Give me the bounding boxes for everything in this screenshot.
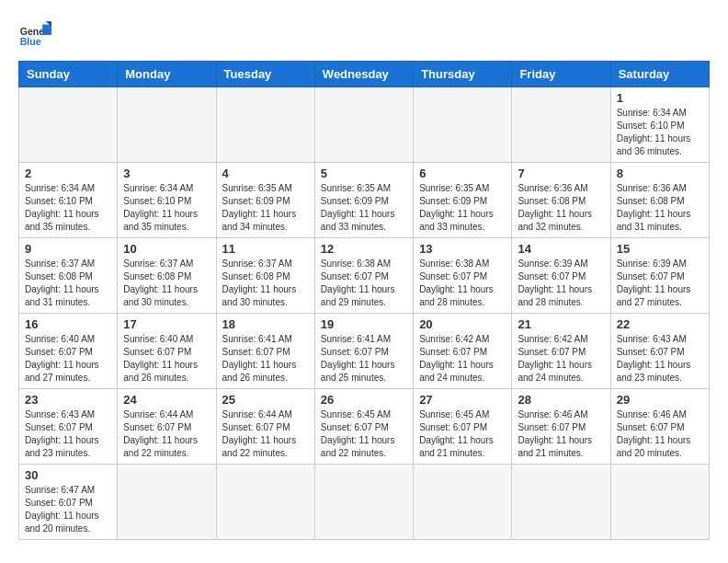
day-info: Sunrise: 6:37 AMSunset: 6:08 PMDaylight:… <box>222 258 309 309</box>
calendar-cell: 4Sunrise: 6:35 AMSunset: 6:09 PMDaylight… <box>216 163 314 238</box>
calendar-cell: 28Sunrise: 6:46 AMSunset: 6:07 PMDayligh… <box>512 389 610 465</box>
day-number: 17 <box>123 317 210 331</box>
day-number: 3 <box>123 167 210 180</box>
calendar-cell: 2Sunrise: 6:34 AMSunset: 6:10 PMDaylight… <box>19 163 118 238</box>
calendar-cell: 5Sunrise: 6:35 AMSunset: 6:09 PMDaylight… <box>314 163 413 238</box>
day-info: Sunrise: 6:35 AMSunset: 6:09 PMDaylight:… <box>321 182 407 234</box>
calendar-cell <box>118 87 216 163</box>
calendar-cell: 9Sunrise: 6:37 AMSunset: 6:08 PMDaylight… <box>19 238 118 314</box>
weekday-saturday: Saturday <box>610 62 709 87</box>
day-number: 13 <box>419 242 506 256</box>
day-number: 14 <box>518 242 604 256</box>
weekday-wednesday: Wednesday <box>314 62 413 87</box>
calendar-cell <box>610 465 709 540</box>
day-number: 6 <box>419 167 506 180</box>
logo: General Blue <box>18 18 51 52</box>
calendar-cell: 11Sunrise: 6:37 AMSunset: 6:08 PMDayligh… <box>216 238 314 314</box>
day-info: Sunrise: 6:37 AMSunset: 6:08 PMDaylight:… <box>25 258 111 309</box>
calendar-cell: 24Sunrise: 6:44 AMSunset: 6:07 PMDayligh… <box>118 389 216 465</box>
calendar-cell: 1Sunrise: 6:34 AMSunset: 6:10 PMDaylight… <box>610 87 709 163</box>
day-info: Sunrise: 6:44 AMSunset: 6:07 PMDaylight:… <box>123 408 210 460</box>
weekday-thursday: Thursday <box>414 62 512 87</box>
calendar-cell: 15Sunrise: 6:39 AMSunset: 6:07 PMDayligh… <box>610 238 709 314</box>
calendar-week-0: 1Sunrise: 6:34 AMSunset: 6:10 PMDaylight… <box>19 87 710 163</box>
calendar-cell: 18Sunrise: 6:41 AMSunset: 6:07 PMDayligh… <box>216 314 314 389</box>
calendar-cell <box>19 87 118 163</box>
svg-text:Blue: Blue <box>20 36 41 47</box>
day-info: Sunrise: 6:36 AMSunset: 6:08 PMDaylight:… <box>518 182 604 234</box>
day-info: Sunrise: 6:45 AMSunset: 6:07 PMDaylight:… <box>419 408 506 460</box>
calendar-cell: 14Sunrise: 6:39 AMSunset: 6:07 PMDayligh… <box>512 238 610 314</box>
day-info: Sunrise: 6:39 AMSunset: 6:07 PMDaylight:… <box>617 258 703 309</box>
calendar-cell: 13Sunrise: 6:38 AMSunset: 6:07 PMDayligh… <box>414 238 512 314</box>
calendar-week-3: 16Sunrise: 6:40 AMSunset: 6:07 PMDayligh… <box>19 314 710 389</box>
weekday-tuesday: Tuesday <box>216 62 314 87</box>
day-number: 5 <box>321 167 407 180</box>
day-info: Sunrise: 6:40 AMSunset: 6:07 PMDaylight:… <box>25 333 111 385</box>
day-number: 25 <box>222 393 309 407</box>
calendar-cell <box>414 465 512 540</box>
calendar-cell: 7Sunrise: 6:36 AMSunset: 6:08 PMDaylight… <box>512 163 610 238</box>
calendar-cell <box>216 465 314 540</box>
day-number: 8 <box>617 167 703 180</box>
day-info: Sunrise: 6:35 AMSunset: 6:09 PMDaylight:… <box>419 182 506 234</box>
calendar-cell <box>314 87 413 163</box>
day-number: 24 <box>123 393 210 407</box>
day-number: 1 <box>617 91 703 105</box>
calendar-cell: 19Sunrise: 6:41 AMSunset: 6:07 PMDayligh… <box>314 314 413 389</box>
day-number: 20 <box>419 317 506 331</box>
calendar-week-5: 30Sunrise: 6:47 AMSunset: 6:07 PMDayligh… <box>19 465 710 540</box>
day-info: Sunrise: 6:38 AMSunset: 6:07 PMDaylight:… <box>419 258 506 309</box>
day-number: 18 <box>222 317 309 331</box>
calendar-cell <box>512 465 610 540</box>
day-info: Sunrise: 6:40 AMSunset: 6:07 PMDaylight:… <box>123 333 210 385</box>
weekday-friday: Friday <box>512 62 610 87</box>
weekday-sunday: Sunday <box>19 62 118 87</box>
calendar-cell: 12Sunrise: 6:38 AMSunset: 6:07 PMDayligh… <box>314 238 413 314</box>
calendar-cell: 21Sunrise: 6:42 AMSunset: 6:07 PMDayligh… <box>512 314 610 389</box>
calendar-cell: 26Sunrise: 6:45 AMSunset: 6:07 PMDayligh… <box>314 389 413 465</box>
day-info: Sunrise: 6:43 AMSunset: 6:07 PMDaylight:… <box>617 333 703 385</box>
day-number: 15 <box>617 242 703 256</box>
day-info: Sunrise: 6:36 AMSunset: 6:08 PMDaylight:… <box>617 182 703 234</box>
calendar-cell: 17Sunrise: 6:40 AMSunset: 6:07 PMDayligh… <box>118 314 216 389</box>
calendar-week-2: 9Sunrise: 6:37 AMSunset: 6:08 PMDaylight… <box>19 238 710 314</box>
day-info: Sunrise: 6:34 AMSunset: 6:10 PMDaylight:… <box>25 182 111 234</box>
day-info: Sunrise: 6:47 AMSunset: 6:07 PMDaylight:… <box>25 484 111 535</box>
calendar-cell: 3Sunrise: 6:34 AMSunset: 6:10 PMDaylight… <box>118 163 216 238</box>
day-info: Sunrise: 6:46 AMSunset: 6:07 PMDaylight:… <box>518 408 604 460</box>
day-number: 12 <box>321 242 407 256</box>
calendar-week-4: 23Sunrise: 6:43 AMSunset: 6:07 PMDayligh… <box>19 389 710 465</box>
day-number: 27 <box>419 393 506 407</box>
day-number: 9 <box>25 242 111 256</box>
calendar-cell: 20Sunrise: 6:42 AMSunset: 6:07 PMDayligh… <box>414 314 512 389</box>
day-info: Sunrise: 6:41 AMSunset: 6:07 PMDaylight:… <box>321 333 407 385</box>
calendar-cell: 29Sunrise: 6:46 AMSunset: 6:07 PMDayligh… <box>610 389 709 465</box>
calendar-table: SundayMondayTuesdayWednesdayThursdayFrid… <box>18 61 710 540</box>
day-info: Sunrise: 6:41 AMSunset: 6:07 PMDaylight:… <box>222 333 309 385</box>
day-number: 10 <box>123 242 210 256</box>
day-info: Sunrise: 6:37 AMSunset: 6:08 PMDaylight:… <box>123 258 210 309</box>
day-number: 19 <box>321 317 407 331</box>
calendar-cell: 25Sunrise: 6:44 AMSunset: 6:07 PMDayligh… <box>216 389 314 465</box>
day-info: Sunrise: 6:42 AMSunset: 6:07 PMDaylight:… <box>518 333 604 385</box>
day-number: 21 <box>518 317 604 331</box>
day-info: Sunrise: 6:45 AMSunset: 6:07 PMDaylight:… <box>321 408 407 460</box>
calendar-cell: 10Sunrise: 6:37 AMSunset: 6:08 PMDayligh… <box>118 238 216 314</box>
day-number: 4 <box>222 167 309 180</box>
calendar-cell <box>216 87 314 163</box>
calendar-cell <box>414 87 512 163</box>
day-number: 7 <box>518 167 604 180</box>
day-info: Sunrise: 6:35 AMSunset: 6:09 PMDaylight:… <box>222 182 309 234</box>
calendar-cell: 30Sunrise: 6:47 AMSunset: 6:07 PMDayligh… <box>19 465 118 540</box>
calendar-cell <box>118 465 216 540</box>
day-number: 16 <box>25 317 111 331</box>
svg-marker-2 <box>42 25 51 35</box>
header: General Blue <box>18 18 710 52</box>
page-container: General Blue SundayMondayTuesdayWednesda… <box>18 18 710 540</box>
generalblue-logo-icon: General Blue <box>18 18 51 52</box>
day-info: Sunrise: 6:43 AMSunset: 6:07 PMDaylight:… <box>25 408 111 460</box>
day-number: 29 <box>617 393 703 407</box>
day-info: Sunrise: 6:34 AMSunset: 6:10 PMDaylight:… <box>123 182 210 234</box>
calendar-cell: 22Sunrise: 6:43 AMSunset: 6:07 PMDayligh… <box>610 314 709 389</box>
